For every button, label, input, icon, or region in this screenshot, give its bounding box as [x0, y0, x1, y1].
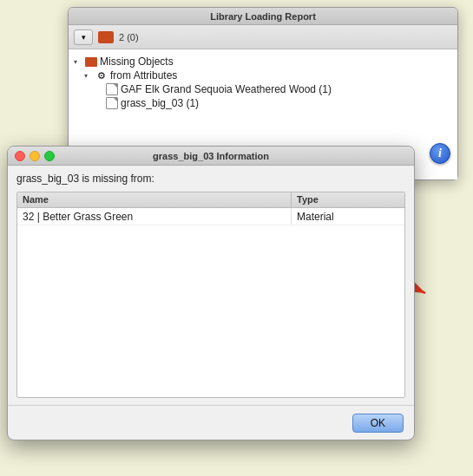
table-header: Name Type: [17, 192, 404, 208]
traffic-lights: [15, 151, 55, 161]
from-attributes-label: from Attributes: [110, 69, 177, 82]
info-body: grass_big_03 is missing from: Name Type …: [8, 166, 414, 398]
library-toolbar: ▾ 2 (0): [69, 25, 457, 49]
table-body: 32 | Better Grass Green Material: [17, 208, 404, 225]
triangle-icon-2: ▾: [84, 72, 93, 80]
minimize-button[interactable]: [30, 151, 40, 161]
grass-label: grass_big_03 (1): [121, 97, 199, 109]
library-titlebar: Library Loading Report: [69, 8, 457, 25]
maximize-button[interactable]: [44, 151, 55, 161]
tree-root[interactable]: ▾ Missing Objects: [72, 55, 454, 68]
missing-objects-label: Missing Objects: [100, 55, 174, 68]
tree-gaf-elk[interactable]: ▾ GAF Elk Grand Sequoia Weathered Wood (…: [93, 82, 454, 96]
missing-objects-folder-icon: [85, 57, 97, 67]
toolbar-badge: 2 (0): [119, 32, 139, 42]
row-type: Material: [292, 208, 404, 225]
tree-from-attributes[interactable]: ▾ ⚙ from Attributes: [82, 68, 454, 82]
header-name: Name: [17, 192, 292, 207]
header-type: Type: [292, 192, 404, 207]
svg-rect-0: [100, 34, 112, 42]
row-name: 32 | Better Grass Green: [17, 208, 292, 225]
attributes-icon: ⚙: [95, 69, 108, 82]
info-titlebar: grass_big_03 Information: [8, 147, 414, 166]
toolbar-folder-icon: [98, 31, 114, 43]
tree-grass[interactable]: ▾ grass_big_03 (1): [93, 96, 454, 110]
svg-rect-1: [100, 32, 105, 35]
missing-text: grass_big_03 is missing from:: [16, 173, 405, 185]
info-table: Name Type 32 | Better Grass Green Materi…: [16, 192, 405, 398]
info-button[interactable]: i: [430, 143, 450, 164]
toolbar-dropdown[interactable]: ▾: [74, 29, 93, 45]
gaf-label: GAF Elk Grand Sequoia Weathered Wood (1): [121, 83, 332, 95]
grass-doc-icon: [106, 97, 118, 109]
gaf-doc-icon: [106, 83, 118, 95]
info-footer: OK: [8, 405, 414, 440]
triangle-icon: ▾: [74, 58, 82, 66]
info-dialog-title: grass_big_03 Information: [153, 151, 269, 161]
ok-button[interactable]: OK: [352, 414, 404, 433]
library-title: Library Loading Report: [210, 11, 316, 22]
info-dialog: grass_big_03 Information grass_big_03 is…: [7, 146, 415, 440]
close-button[interactable]: [15, 151, 25, 161]
table-row: 32 | Better Grass Green Material: [17, 208, 404, 225]
